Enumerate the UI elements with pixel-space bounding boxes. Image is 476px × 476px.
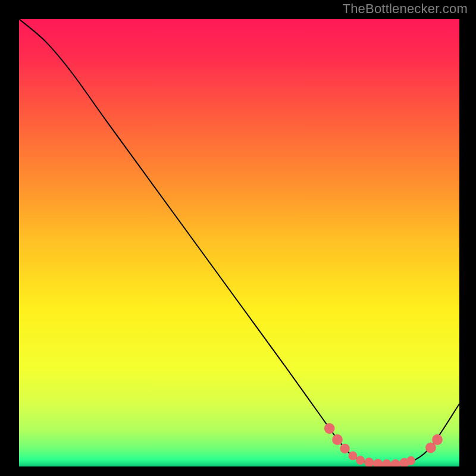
curve-marker <box>356 456 365 465</box>
curve-marker <box>340 444 349 454</box>
curve-marker <box>349 451 358 460</box>
curve-marker <box>324 423 335 434</box>
plot-area <box>19 19 459 466</box>
chart-svg <box>19 19 459 466</box>
gradient-background <box>19 19 459 466</box>
attribution-label: TheBottlenecker.com <box>343 1 468 17</box>
curve-marker <box>406 456 415 465</box>
chart-stage: TheBottlenecker.com <box>0 0 476 476</box>
curve-marker <box>332 434 343 445</box>
curve-marker <box>432 434 443 445</box>
